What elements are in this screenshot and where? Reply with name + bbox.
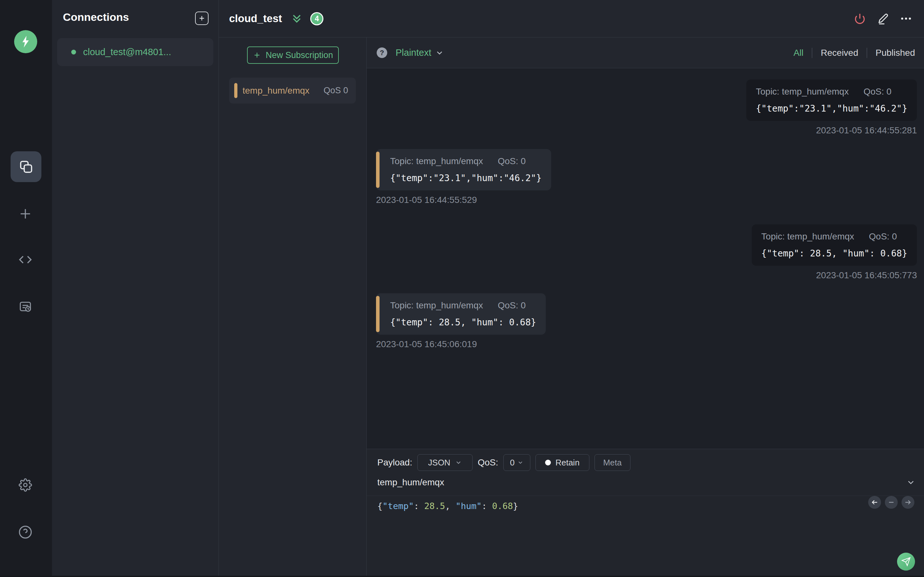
- add-connection-button[interactable]: [195, 11, 208, 25]
- plus-icon: [253, 51, 261, 59]
- message-timestamp: 2023-01-05 16:45:05:773: [752, 270, 917, 280]
- payload-token: 0.68: [492, 501, 513, 511]
- message-payload: {"temp": 28.5, "hum": 0.68}: [761, 248, 907, 259]
- rail-settings-button[interactable]: [18, 477, 33, 493]
- publish-toolbar: Payload: JSON QoS: 0: [377, 454, 630, 471]
- message-pane: ? Plaintext All Received Published: [367, 37, 924, 577]
- connection-header: cloud_test 4: [219, 0, 924, 37]
- payload-format-selector[interactable]: Plaintext: [396, 47, 431, 58]
- disconnect-power-icon: [854, 13, 866, 24]
- subscription-topic: temp_hum/emqx: [242, 77, 310, 103]
- meta-button[interactable]: Meta: [594, 454, 630, 471]
- message-bubble: Topic: temp_hum/emqx QoS: 0 {"temp": 28.…: [376, 293, 546, 335]
- topic-input[interactable]: temp_hum/emqx: [377, 477, 444, 488]
- message-qos: QoS: 0: [869, 231, 897, 242]
- message-toolbar: ? Plaintext All Received Published: [367, 37, 924, 68]
- connection-list-item[interactable]: cloud_test@m4801...: [57, 38, 213, 66]
- disconnect-button[interactable]: [854, 13, 866, 24]
- topic-input-row: temp_hum/emqx: [377, 477, 916, 488]
- rail-script-button[interactable]: [18, 252, 33, 268]
- chevron-down-icon[interactable]: [435, 48, 444, 57]
- minus-icon: [887, 498, 895, 506]
- filter-received[interactable]: Received: [821, 48, 858, 58]
- payload-token: 28.5: [424, 501, 445, 511]
- retain-toggle[interactable]: Retain: [535, 454, 590, 471]
- payload-history-nav: [868, 496, 914, 509]
- payload-token: "hum": [456, 501, 481, 511]
- subscription-qos: QoS 0: [323, 77, 348, 103]
- log-icon: [19, 300, 32, 314]
- connections-panel: Connections cloud_test@m4801...: [52, 0, 219, 577]
- help-circle-badge[interactable]: ?: [376, 47, 387, 58]
- header-actions: [854, 13, 924, 24]
- payload-label: Payload:: [377, 458, 412, 468]
- history-clear-button[interactable]: [885, 496, 898, 509]
- received-message[interactable]: Topic: temp_hum/emqx QoS: 0 {"temp": 28.…: [376, 293, 546, 350]
- published-message[interactable]: Topic: temp_hum/emqx QoS: 0 {"temp":"23.…: [746, 79, 917, 135]
- history-prev-button[interactable]: [868, 496, 881, 509]
- received-message[interactable]: Topic: temp_hum/emqx QoS: 0 {"temp":"23.…: [376, 149, 551, 205]
- send-paper-plane-icon: [901, 557, 911, 566]
- message-timestamp: 2023-01-05 16:44:55:529: [376, 195, 551, 205]
- payload-editor[interactable]: {"temp": 28.5, "hum": 0.68}: [377, 501, 518, 511]
- main-area: cloud_test 4: [219, 0, 924, 577]
- edit-connection-button[interactable]: [877, 13, 889, 24]
- history-next-button[interactable]: [901, 496, 914, 509]
- qos-label: QoS:: [478, 458, 498, 468]
- new-subscription-button[interactable]: New Subscription: [247, 47, 339, 64]
- message-payload: {"temp":"23.1","hum":"46.2"}: [756, 103, 907, 114]
- collapse-panel-button[interactable]: [291, 13, 302, 24]
- rail-help-button[interactable]: [18, 524, 33, 540]
- retain-label: Retain: [556, 458, 580, 468]
- script-code-icon: [19, 253, 32, 266]
- subscriptions-panel: New Subscription temp_hum/emqx QoS 0: [219, 37, 367, 577]
- subscription-item[interactable]: temp_hum/emqx QoS 0: [229, 77, 356, 103]
- meta-label: Meta: [603, 458, 622, 468]
- message-timestamp: 2023-01-05 16:45:06:019: [376, 339, 546, 350]
- payload-token: }: [513, 501, 518, 511]
- payload-token: :: [481, 501, 492, 511]
- help-circle-icon: [18, 525, 32, 539]
- subscription-color-bar: [234, 83, 237, 98]
- collapse-editor-button[interactable]: [906, 478, 916, 487]
- connection-title: cloud_test: [229, 13, 282, 25]
- more-options-button[interactable]: [900, 13, 912, 24]
- qos-value: 0: [510, 458, 515, 468]
- settings-gear-icon: [19, 478, 32, 492]
- message-filters: All Received Published: [793, 48, 924, 58]
- message-topic: Topic: temp_hum/emqx: [761, 231, 854, 242]
- window-bottom-edge: [0, 576, 924, 577]
- message-qos: QoS: 0: [498, 156, 525, 166]
- message-list[interactable]: Topic: temp_hum/emqx QoS: 0 {"temp":"23.…: [367, 68, 924, 449]
- mqttx-logo: [14, 30, 37, 53]
- published-message[interactable]: Topic: temp_hum/emqx QoS: 0 {"temp": 28.…: [752, 224, 917, 280]
- connection-name: cloud_test@m4801...: [83, 47, 171, 57]
- double-chevron-down-icon: [291, 13, 302, 24]
- qos-select[interactable]: 0: [503, 454, 530, 471]
- payload-token: {: [377, 501, 383, 511]
- message-bubble: Topic: temp_hum/emqx QoS: 0 {"temp":"23.…: [746, 79, 917, 121]
- filter-separator: [867, 48, 867, 58]
- message-topic: Topic: temp_hum/emqx: [390, 156, 483, 166]
- message-qos: QoS: 0: [498, 300, 525, 311]
- chevron-down-icon: [455, 459, 462, 466]
- arrow-right-icon: [904, 498, 912, 506]
- payload-format-value: JSON: [428, 458, 450, 468]
- send-button[interactable]: [897, 553, 915, 571]
- mqttx-logo-bolt-icon: [19, 35, 32, 48]
- payload-format-select[interactable]: JSON: [417, 454, 473, 471]
- arrow-left-icon: [871, 498, 879, 506]
- retain-dot-icon: [545, 460, 551, 466]
- message-topic: Topic: temp_hum/emqx: [390, 300, 483, 311]
- filter-published[interactable]: Published: [876, 48, 915, 58]
- rail-new-connection-button[interactable]: [18, 206, 33, 221]
- rail-connections-button[interactable]: [11, 151, 41, 182]
- new-subscription-label: New Subscription: [266, 50, 333, 60]
- message-payload: {"temp":"23.1","hum":"46.2"}: [390, 173, 541, 183]
- edit-pencil-icon: [877, 13, 889, 24]
- more-ellipsis-icon: [900, 13, 912, 24]
- connected-status-dot: [71, 50, 76, 55]
- filter-all[interactable]: All: [793, 48, 803, 58]
- message-bubble: Topic: temp_hum/emqx QoS: 0 {"temp":"23.…: [376, 149, 551, 190]
- rail-log-button[interactable]: [18, 299, 33, 314]
